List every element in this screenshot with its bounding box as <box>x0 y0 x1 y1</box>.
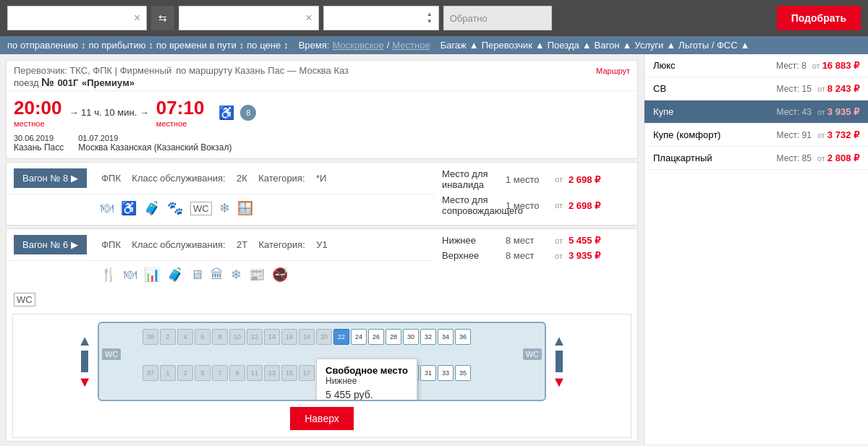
destination-field[interactable]: Москва × <box>179 6 318 30</box>
wagon6-lower-from: от <box>555 236 563 245</box>
car-class-seats: Мест: 91 <box>777 130 812 140</box>
origin-input[interactable]: Казань (Все Вокзалы) <box>14 12 129 24</box>
seat-33[interactable]: 33 <box>438 365 454 381</box>
wagon8-invalid-from: от <box>555 175 563 184</box>
car-class-name: Купе <box>653 106 777 117</box>
car-classes-list: Люкс Мест: 8 от 16 883 ₽ СВ Мест: 15 от … <box>644 54 868 170</box>
wagon6-category-label: Категория: <box>259 239 305 250</box>
date-arrows[interactable]: ▲ ▼ <box>427 11 433 25</box>
seat-32[interactable]: 32 <box>420 329 436 345</box>
duration-block: → 11 ч. 10 мин. → <box>69 107 149 118</box>
return-field[interactable]: Обратно <box>443 6 552 30</box>
wagon6-header: Вагон № 6 ▶ ФПК Класс обслуживания: 2Т К… <box>7 229 435 261</box>
map-left-up-arrow[interactable]: ▲ <box>77 333 92 349</box>
car-class-from-label: от <box>817 108 825 116</box>
train-name-row: поезд № 001Г «Премиум» <box>14 76 630 89</box>
filter-carrier[interactable]: Перевозчик <box>482 40 532 51</box>
car-class-row[interactable]: СВ Мест: 15 от 8 243 ₽ <box>644 77 868 100</box>
car-class-row[interactable]: Купе (комфорт) Мест: 91 от 3 732 ₽ <box>644 124 868 147</box>
swap-button[interactable]: ⇆ <box>151 6 174 30</box>
dining-icon: 🍽 <box>101 201 114 216</box>
map-right-up-arrow[interactable]: ▲ <box>552 333 566 349</box>
seat-15: 15 <box>281 365 297 381</box>
filter-train-icon: ▲ <box>582 40 592 51</box>
seat-36[interactable]: 36 <box>455 329 471 345</box>
main-content: Перевозчик: ТКС, ФПК | Фирменный по марш… <box>0 54 868 445</box>
seat-28[interactable]: 28 <box>386 329 401 345</box>
chart-icon: 📊 <box>144 267 160 283</box>
origin-field[interactable]: Казань (Все Вокзалы) × <box>7 6 147 30</box>
car-class-seats: Мест: 85 <box>777 153 812 163</box>
map-right-down-arrow[interactable]: ▼ <box>552 374 566 390</box>
left-arrows: ▲ ▼ <box>77 333 92 390</box>
destination-input[interactable]: Москва <box>185 12 301 24</box>
wagon8-button[interactable]: Вагон № 8 ▶ <box>14 168 87 188</box>
seat-10: 10 <box>229 329 245 345</box>
car-class-row[interactable]: Плацкартный Мест: 85 от 2 808 ₽ <box>644 147 868 170</box>
filter-baggage[interactable]: Багаж <box>441 40 467 51</box>
filter-sort-icon: ↕ <box>81 40 86 51</box>
seat-34[interactable]: 34 <box>438 329 454 345</box>
departure-label: местное <box>14 119 62 128</box>
filter-services[interactable]: Услуги <box>634 40 663 51</box>
filter-by-arrival[interactable]: по прибытию <box>88 40 145 51</box>
filter-by-price[interactable]: по цене <box>247 40 281 51</box>
date-down-arrow[interactable]: ▼ <box>427 18 433 25</box>
seat-24[interactable]: 24 <box>351 329 367 345</box>
wagon8-header: Вагон № 8 ▶ ФПК Класс обслуживания: 2К К… <box>7 163 435 194</box>
search-bar: Казань (Все Вокзалы) × ⇆ Москва × 30 июн… <box>0 0 868 36</box>
seat-22[interactable]: 22 <box>333 329 349 345</box>
wagon8-btn-label: Вагон № 8 <box>22 173 68 184</box>
wagon6-service-class: 2Т <box>237 239 247 250</box>
return-placeholder: Обратно <box>450 13 488 24</box>
car-class-row[interactable]: Купе Мест: 43 от 3 935 ₽ <box>644 100 868 124</box>
seat-30[interactable]: 30 <box>403 329 419 345</box>
filter-car-icon: ▲ <box>622 40 631 51</box>
carrier-info: Перевозчик: ТКС, ФПК | Фирменный по марш… <box>14 65 630 76</box>
naverh-button[interactable]: Наверх <box>290 407 354 430</box>
wagon6-lower-label: Нижнее <box>442 235 500 246</box>
wagon6-service-class-label: Класс обслуживания: <box>132 239 225 250</box>
filter-sort-icon2: ↕ <box>149 40 154 51</box>
time-local-link[interactable]: Местное <box>392 40 430 51</box>
train-card: Перевозчик: ТКС, ФПК | Фирменный по марш… <box>6 60 638 159</box>
filter-benefits[interactable]: Льготы / ФСС <box>678 40 738 51</box>
wagon8-invalid-label: Место для инвалида <box>442 168 500 190</box>
seat-35[interactable]: 35 <box>455 365 471 381</box>
date-up-arrow[interactable]: ▲ <box>427 11 433 18</box>
seat-26[interactable]: 26 <box>368 329 384 345</box>
wc-icon: WC <box>190 202 212 215</box>
wagon8-invalid-amount: 2 698 ₽ <box>569 174 600 185</box>
car-class-from-label: от <box>817 85 825 93</box>
wagon8-category: *И <box>316 173 326 184</box>
date-field[interactable]: 30 июня 2019, ВС ▲ ▼ <box>323 6 439 30</box>
filter-bar: по отправлению ↕ по прибытию ↕ по времен… <box>0 36 868 54</box>
wagon6-right: Нижнее 8 мест от 5 455 ₽ Верхнее 8 мест … <box>435 229 637 267</box>
destination-clear-btn[interactable]: × <box>305 12 312 25</box>
wagon6-category: У1 <box>316 239 328 250</box>
map-left-down-arrow[interactable]: ▼ <box>77 374 92 390</box>
search-button[interactable]: Подобрать <box>777 6 861 30</box>
wagon8-companion-amount: 2 698 ₽ <box>569 200 600 211</box>
date-input[interactable]: 30 июня 2019, ВС <box>330 12 424 24</box>
wagon6-arrow-icon: ▶ <box>71 239 78 250</box>
car-class-row[interactable]: Люкс Мест: 8 от 16 883 ₽ <box>644 54 868 77</box>
filter-by-travel-time[interactable]: по времени в пути <box>156 40 237 51</box>
wagon8-invalid-price-row: Место для инвалида 1 место от 2 698 ₽ <box>442 168 630 190</box>
filter-train[interactable]: Поезда <box>548 40 579 51</box>
time-moscow-link[interactable]: Московское <box>332 40 383 51</box>
origin-clear-btn[interactable]: × <box>134 12 140 25</box>
filter-by-departure[interactable]: по отправлению <box>7 40 78 51</box>
filter-services-icon: ▲ <box>666 40 676 51</box>
seat-14: 14 <box>264 329 280 345</box>
filter-car[interactable]: Вагон <box>595 40 620 51</box>
filter-bag-icon: ▲ <box>469 40 479 51</box>
wagon6-company: ФПК <box>101 239 121 250</box>
route-link[interactable]: Маршрут <box>596 67 630 75</box>
wagon8-invalid-seats: 1 место <box>506 174 549 185</box>
station-info: 30.06.2019 Казань Пасс 01.07.2019 Москва… <box>7 134 637 158</box>
seat-31[interactable]: 31 <box>420 365 436 381</box>
car-class-price: 16 883 ₽ <box>822 60 859 71</box>
wagon6-button[interactable]: Вагон № 6 ▶ <box>14 235 87 254</box>
tooltip-type: Нижнее <box>326 376 408 386</box>
